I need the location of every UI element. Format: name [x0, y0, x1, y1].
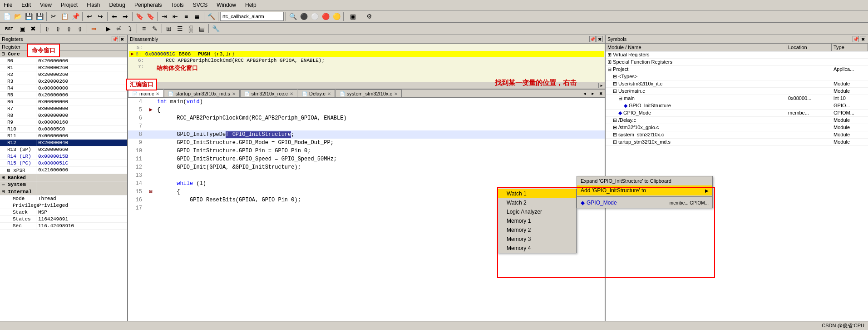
tab-system-close[interactable]: ✕ — [394, 91, 398, 96]
nav-back-button[interactable]: ⬅ — [109, 11, 119, 21]
align-button[interactable]: ≡ — [181, 11, 191, 21]
menu-view[interactable]: View — [38, 1, 54, 9]
save-all-button[interactable]: 💾 — [35, 11, 44, 21]
close-panel-icon[interactable]: ✖ — [119, 36, 125, 42]
radio2[interactable]: ⚪ — [310, 11, 320, 21]
ctx-gpio-mode-item[interactable]: ◆ GPIO_Mode membe... GPIOM... — [577, 198, 712, 208]
debug-btn5[interactable]: 🔧 — [211, 24, 221, 34]
sym-gpio-mode[interactable]: ◆ GPIO_Mode membe... GPIOM... — [606, 110, 868, 117]
tab-main-c-close[interactable]: ✕ — [156, 91, 159, 96]
ctx-memory1[interactable]: Memory 1 — [498, 216, 576, 225]
reg-r15[interactable]: R15 (PC) 0x0800051C — [0, 160, 127, 167]
brace1-button[interactable]: {} — [42, 24, 52, 34]
scroll-right[interactable]: ► — [599, 83, 604, 88]
internal-toggle[interactable]: ⊟ Internal — [0, 188, 36, 195]
target-input[interactable] — [220, 12, 284, 21]
zoom-button[interactable]: 🔍 — [288, 11, 298, 21]
ctx-memory3[interactable]: Memory 3 — [498, 235, 576, 244]
sym-gpio-c[interactable]: ⊞ /stm32f10x_gpio.c Module — [606, 124, 868, 131]
sym-it-c[interactable]: ⊞ User/stm32f10x_it.c Module — [606, 80, 868, 88]
build-button[interactable]: 🔨 — [206, 11, 216, 21]
open-button[interactable]: 📂 — [13, 11, 23, 21]
tab-system[interactable]: 📄 system_stm32f10x.c ✕ — [335, 90, 402, 97]
menu-project[interactable]: Project — [59, 1, 79, 9]
reg-xpsr[interactable]: ⊞ xPSR 0x21000000 — [0, 167, 127, 174]
ctx-logic-analyzer[interactable]: Logic Analyzer — [498, 207, 576, 216]
settings-icon[interactable]: ⚙ — [364, 11, 374, 21]
reg-r7[interactable]: R7 0x00000000 — [0, 105, 127, 112]
menu-file[interactable]: File — [2, 1, 14, 9]
sym-main-c[interactable]: ⊟ User/main.c Module — [606, 88, 868, 95]
reg-r9[interactable]: R9 0x00000160 — [0, 119, 127, 126]
arrow-right-button[interactable]: ⇒ — [89, 24, 99, 34]
reg-r11[interactable]: R11 0x00000000 — [0, 133, 127, 140]
brace2-button[interactable]: {} — [53, 24, 63, 34]
menu-tools[interactable]: Tools — [169, 1, 186, 9]
debug-btn1[interactable]: ≡ — [139, 24, 149, 34]
sym-gpio-struct[interactable]: ◆ GPIO_InitStructure GPIO... — [606, 102, 868, 110]
menu-flash[interactable]: Flash — [85, 1, 102, 9]
reg-r5[interactable]: R5 0x20000000 — [0, 92, 127, 99]
menu-svcs[interactable]: SVCS — [191, 1, 210, 9]
reg-r12[interactable]: R12 0x20000040 — [0, 140, 127, 146]
menu-window[interactable]: Window — [215, 1, 238, 9]
grid-icon[interactable]: ⊞ — [164, 24, 174, 34]
reg-r13[interactable]: R13 (SP) 0x20000660 — [0, 146, 127, 153]
banked-toggle[interactable]: ⊞ Banked — [0, 174, 36, 181]
reg-r3[interactable]: R3 0x20000260 — [0, 78, 127, 85]
unindent-button[interactable]: ⇤ — [170, 11, 180, 21]
menu-help[interactable]: Help — [243, 1, 258, 9]
reg-r2[interactable]: R2 0x20000260 — [0, 71, 127, 78]
sym-system-c[interactable]: ⊞ system_stm32f10x.c Module — [606, 131, 868, 139]
radio1[interactable]: ⚫ — [299, 11, 309, 21]
reg-r10[interactable]: R10 0x08005C0 — [0, 126, 127, 133]
menu-edit[interactable]: Edit — [20, 1, 33, 9]
menu-debug[interactable]: Debug — [108, 1, 127, 9]
tab-rcc[interactable]: 📄 stm32f10x_rcc.c ✕ — [240, 90, 297, 97]
radio3[interactable]: 🔴 — [321, 11, 330, 21]
sym-virtual-regs[interactable]: ⊞ Virtual Registers — [606, 51, 868, 59]
debug-stop[interactable]: ▣ — [345, 11, 360, 21]
tab-startup-close[interactable]: ✕ — [232, 91, 236, 96]
bookmark-button[interactable]: 🔖 — [134, 11, 144, 21]
sym-startup-s[interactable]: ⊞ tartup_stm32f10x_md.s Module — [606, 139, 868, 146]
tab-delay[interactable]: 📄 Delay.c ✕ — [298, 90, 335, 97]
tab-left-btn[interactable]: ◄ — [581, 90, 588, 97]
ctx-add-to[interactable]: Add 'GPIO_InitStructure' to ▶ — [577, 185, 712, 195]
tab-right-btn[interactable]: ► — [589, 90, 597, 97]
copy-button[interactable]: 📋 — [59, 11, 69, 21]
new-button[interactable]: 📄 — [2, 11, 12, 21]
debug-col[interactable]: ░ — [186, 24, 196, 34]
brace4-button[interactable]: {} — [75, 24, 85, 34]
sym-types[interactable]: ⊞ <Types> — [606, 73, 868, 80]
ctx-expand-clipboard[interactable]: Expand 'GPIO_InitStructure' to Clipboard — [577, 176, 712, 185]
cut-button[interactable]: ✂ — [49, 11, 59, 21]
reg-r4[interactable]: R4 0x00000000 — [0, 85, 127, 92]
debug-step[interactable]: ⏎ — [114, 24, 124, 34]
pin-disasm-icon[interactable]: 📌 — [589, 36, 596, 42]
tab-startup[interactable]: 📄 startup_stm32f10x_md.s ✕ — [164, 90, 239, 97]
close-disasm-icon[interactable]: ✖ — [597, 36, 603, 42]
debug-tb2[interactable]: ✖ — [28, 24, 38, 34]
close-symbols-icon[interactable]: ✖ — [860, 36, 866, 42]
reg-r0[interactable]: R0 0x20000000 — [0, 58, 127, 65]
redo-button[interactable]: ↪ — [95, 11, 105, 21]
debug-btn2[interactable]: ✎ — [150, 24, 160, 34]
paste-button[interactable]: 📌 — [70, 11, 80, 21]
nav-fwd-button[interactable]: ➡ — [120, 11, 130, 21]
align2-button[interactable]: ≣ — [192, 11, 202, 21]
sym-project[interactable]: ⊟ Project Applica... — [606, 66, 868, 73]
sym-main-fn[interactable]: ⊟ main 0x08000... int 10 — [606, 95, 868, 102]
ctx-memory4[interactable]: Memory 4 — [498, 244, 576, 253]
reg-r14[interactable]: R14 (LR) 0x0800015B — [0, 153, 127, 160]
rst-button[interactable]: RST — [2, 24, 16, 34]
indent-button[interactable]: ⇥ — [159, 11, 169, 21]
radio4[interactable]: 🟡 — [331, 11, 341, 21]
reg-r6[interactable]: R6 0x00000000 — [0, 99, 127, 105]
ctx-memory2[interactable]: Memory 2 — [498, 225, 576, 235]
reg-r8[interactable]: R8 0x00000000 — [0, 112, 127, 119]
debug-step2[interactable]: ⤵ — [125, 24, 135, 34]
system-toggle[interactable]: — System — [0, 181, 36, 188]
menu-peripherals[interactable]: Peripherals — [133, 1, 164, 9]
pin-icon[interactable]: 📌 — [112, 36, 118, 42]
